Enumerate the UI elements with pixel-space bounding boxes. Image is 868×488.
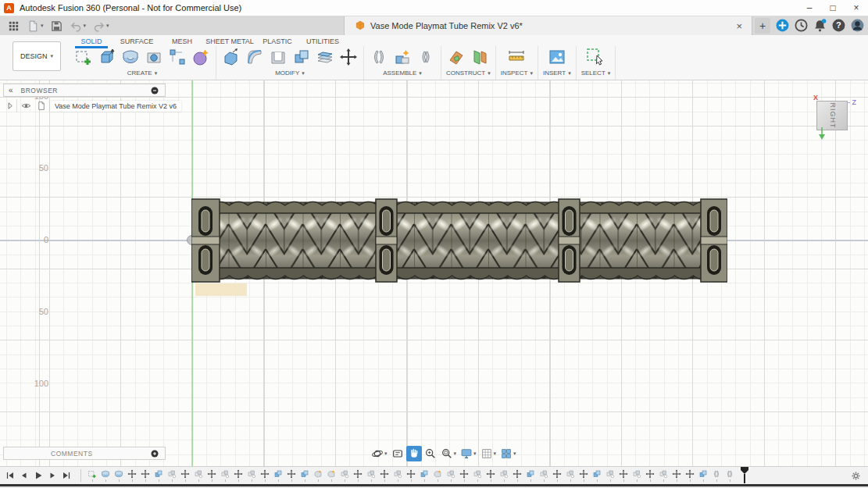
timeline-feature-copy[interactable] bbox=[340, 469, 349, 482]
expand-arrow-icon[interactable] bbox=[3, 99, 17, 112]
timeline-feature-combine[interactable] bbox=[526, 469, 535, 482]
step-back-button[interactable] bbox=[19, 470, 29, 480]
timeline-settings-gear-icon[interactable] bbox=[850, 470, 862, 485]
timeline-feature-move-tool[interactable] bbox=[287, 469, 296, 482]
timeline-feature-move-tool[interactable] bbox=[579, 469, 588, 482]
plane-mid-icon[interactable] bbox=[446, 47, 466, 67]
play-button[interactable] bbox=[33, 470, 43, 480]
look-at-tool[interactable] bbox=[390, 446, 405, 461]
orbit-tool[interactable]: ▾ bbox=[370, 446, 389, 461]
model-viewport[interactable]: 10050050100 bbox=[0, 80, 868, 466]
tube-model[interactable] bbox=[191, 198, 727, 283]
extrude-icon[interactable] bbox=[97, 47, 117, 67]
timeline-feature-copy[interactable] bbox=[167, 469, 177, 482]
timeline-feature-move-tool[interactable] bbox=[672, 469, 681, 482]
timeline-feature-joint[interactable] bbox=[712, 469, 721, 482]
timeline-feature-base-feature[interactable] bbox=[433, 469, 442, 482]
timeline-feature-move-tool[interactable] bbox=[380, 469, 389, 482]
close-tab-icon[interactable]: × bbox=[733, 20, 745, 32]
shell-icon[interactable] bbox=[268, 47, 288, 67]
visibility-eye-icon[interactable] bbox=[20, 100, 32, 112]
collapse-panel-icon[interactable]: « bbox=[9, 86, 13, 94]
minimize-window-button[interactable]: – bbox=[798, 0, 821, 16]
timeline-feature-revolve[interactable] bbox=[101, 469, 110, 482]
close-window-button[interactable]: × bbox=[845, 0, 868, 16]
press-pull-icon[interactable] bbox=[221, 47, 241, 67]
timeline-feature-combine[interactable] bbox=[592, 469, 602, 482]
timeline-feature-copy[interactable] bbox=[539, 469, 548, 482]
maximize-window-button[interactable]: □ bbox=[821, 0, 845, 16]
timeline-feature-move-tool[interactable] bbox=[406, 469, 416, 482]
timeline-feature-move-tool[interactable] bbox=[486, 469, 495, 482]
document-tab[interactable]: Vase Mode Playmat Tube Remix V2 v6* × bbox=[344, 16, 752, 35]
circle-minus-icon[interactable] bbox=[148, 84, 160, 96]
new-component-icon[interactable] bbox=[392, 47, 413, 67]
grid-settings-tool[interactable]: ▾ bbox=[479, 446, 498, 461]
timeline-feature-copy[interactable] bbox=[473, 469, 482, 482]
joint-icon[interactable] bbox=[369, 47, 389, 67]
extensions-icon[interactable] bbox=[775, 18, 790, 33]
hole-icon[interactable] bbox=[144, 47, 164, 67]
timeline-feature-base-feature[interactable] bbox=[327, 469, 336, 482]
timeline-feature-copy[interactable] bbox=[632, 469, 641, 482]
timeline-feature-combine[interactable] bbox=[420, 469, 429, 482]
file-button[interactable]: ▾ bbox=[24, 18, 46, 34]
job-status-icon[interactable] bbox=[794, 18, 809, 33]
fit-tool[interactable]: ▾ bbox=[439, 446, 459, 461]
timeline-feature-copy[interactable] bbox=[605, 469, 615, 482]
timeline-feature-create-sketch[interactable] bbox=[88, 469, 97, 482]
timeline-feature-copy[interactable] bbox=[247, 469, 256, 482]
insert-image-icon[interactable] bbox=[547, 47, 567, 67]
skip-start-button[interactable] bbox=[5, 470, 15, 480]
joint-origin-icon[interactable] bbox=[416, 47, 436, 67]
timeline-feature-move-tool[interactable] bbox=[459, 469, 469, 482]
pan-tool[interactable] bbox=[406, 446, 422, 461]
save-button[interactable] bbox=[48, 18, 66, 34]
timeline-feature-copy[interactable] bbox=[220, 469, 230, 482]
redo-button[interactable]: ▾ bbox=[90, 18, 112, 34]
timeline-feature-move-tool[interactable] bbox=[180, 469, 190, 482]
circle-plus-icon[interactable] bbox=[148, 447, 160, 459]
timeline-feature-move-tool[interactable] bbox=[234, 469, 243, 482]
timeline-feature-copy[interactable] bbox=[446, 469, 455, 482]
viewcube[interactable]: RIGHT bbox=[816, 101, 848, 130]
timeline-feature-move-tool[interactable] bbox=[619, 469, 628, 482]
timeline-feature-move-tool[interactable] bbox=[260, 469, 270, 482]
timeline-feature-combine[interactable] bbox=[698, 469, 708, 482]
inspect-dropdown[interactable]: INSPECT▾ bbox=[501, 69, 533, 77]
combine-icon[interactable] bbox=[291, 47, 312, 67]
timeline-feature-move-tool[interactable] bbox=[513, 469, 522, 482]
browser-tree-item[interactable]: Vase Mode Playmat Tube Remix V2 v6 bbox=[3, 99, 181, 112]
timeline-feature-move-tool[interactable] bbox=[141, 469, 150, 482]
modify-dropdown[interactable]: MODIFY▾ bbox=[275, 69, 305, 77]
timeline-feature-move-tool[interactable] bbox=[127, 469, 137, 482]
sheets-icon[interactable] bbox=[315, 47, 335, 67]
display-tool[interactable]: ▾ bbox=[459, 446, 478, 461]
notifications-icon[interactable] bbox=[813, 18, 827, 33]
timeline-feature-move-tool[interactable] bbox=[353, 469, 363, 482]
viewports-tool[interactable]: ▾ bbox=[498, 446, 518, 461]
fillet-icon[interactable] bbox=[245, 47, 265, 67]
timeline-feature-base-feature[interactable] bbox=[313, 469, 323, 482]
timeline-feature-move-tool[interactable] bbox=[552, 469, 562, 482]
skip-end-button[interactable] bbox=[61, 470, 71, 480]
viewcube-face-label[interactable]: RIGHT bbox=[828, 103, 836, 129]
timeline-playhead[interactable] bbox=[741, 467, 748, 483]
timeline-feature-combine[interactable] bbox=[273, 469, 283, 482]
browser-panel-header[interactable]: « BROWSER bbox=[3, 84, 166, 97]
construct-dropdown[interactable]: CONSTRUCT▾ bbox=[446, 69, 491, 77]
app-grid-button[interactable] bbox=[5, 18, 23, 34]
step-forward-button[interactable] bbox=[47, 470, 57, 480]
measure-icon[interactable] bbox=[506, 47, 527, 67]
planes-icon[interactable] bbox=[470, 47, 490, 67]
create-sketch-icon[interactable] bbox=[73, 47, 94, 67]
timeline-feature-move-tool[interactable] bbox=[645, 469, 655, 482]
timeline-feature-revolve[interactable] bbox=[114, 469, 123, 482]
timeline-feature-move-tool[interactable] bbox=[207, 469, 216, 482]
form-icon[interactable] bbox=[191, 47, 211, 67]
timeline-feature-move-tool[interactable] bbox=[685, 469, 695, 482]
timeline-feature-copy[interactable] bbox=[366, 469, 376, 482]
timeline-feature-copy[interactable] bbox=[566, 469, 575, 482]
timeline-feature-combine[interactable] bbox=[300, 469, 309, 482]
comments-panel-header[interactable]: COMMENTS bbox=[3, 447, 166, 460]
